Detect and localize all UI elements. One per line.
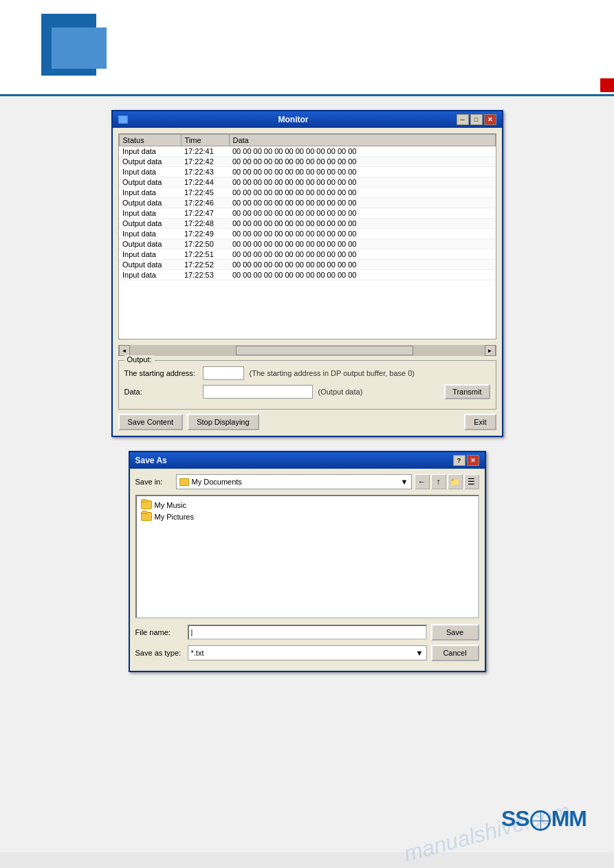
cell-status: Input data	[119, 270, 181, 280]
starting-address-input[interactable]	[203, 366, 244, 380]
header-accent	[600, 78, 614, 92]
cell-time: 17:22:53	[181, 270, 229, 280]
saveas-help-btn[interactable]: ?	[453, 455, 465, 466]
save-as-type-dropdown[interactable]: *.txt ▼	[188, 645, 427, 660]
data-input[interactable]	[203, 385, 313, 399]
cell-status: Input data	[119, 208, 181, 219]
scroll-track	[130, 345, 485, 356]
save-in-value: My Documents	[192, 478, 242, 486]
cell-status: Input data	[119, 188, 181, 198]
exit-button[interactable]: Exit	[464, 414, 496, 430]
nav-back-btn[interactable]: ←	[415, 474, 430, 489]
monitor-title-text: Monitor	[278, 115, 309, 124]
cell-data: 00 00 00 00 00 00 00 00 00 00 00 00	[229, 188, 495, 198]
cell-data: 00 00 00 00 00 00 00 00 00 00 00 00	[229, 239, 495, 249]
table-row: Input data17:22:5300 00 00 00 00 00 00 0…	[119, 270, 495, 280]
monitor-close-btn[interactable]: ✕	[484, 114, 496, 125]
nav-up-btn[interactable]: ↑	[431, 474, 446, 489]
saveas-toolbar-icons: ← ↑ 📁 ☰	[415, 474, 479, 489]
stop-displaying-button[interactable]: Stop Displaying	[187, 414, 259, 430]
new-folder-btn[interactable]: 📁	[448, 474, 463, 489]
col-time: Time	[181, 135, 229, 146]
folder-icon-small	[179, 478, 189, 486]
filename-row: File name: Save	[135, 624, 479, 641]
save-in-dropdown[interactable]: My Documents ▼	[176, 474, 412, 489]
scroll-right-btn[interactable]: ►	[485, 345, 496, 356]
page-header	[0, 0, 614, 96]
views-btn[interactable]: ☰	[464, 474, 479, 489]
table-row: Input data17:22:4500 00 00 00 00 00 00 0…	[119, 188, 495, 198]
saveas-titlebar: Save As ? ✕	[130, 452, 485, 469]
monitor-bottom-buttons: Save Content Stop Displaying Exit	[118, 414, 496, 430]
col-data: Data	[229, 135, 495, 146]
filename-input[interactable]	[188, 625, 427, 640]
monitor-title-controls: ─ □ ✕	[457, 114, 496, 125]
table-row: Input data17:22:5100 00 00 00 00 00 00 0…	[119, 249, 495, 260]
cell-status: Output data	[119, 198, 181, 208]
monitor-title-icon	[118, 115, 128, 124]
data-label: Data:	[124, 388, 200, 396]
table-row: Output data17:22:5200 00 00 00 00 00 00 …	[119, 260, 495, 270]
saveas-title-text: Save As	[135, 456, 167, 465]
list-item[interactable]: My Music	[140, 499, 475, 511]
cell-time: 17:22:47	[181, 208, 229, 219]
saveas-toolbar: Save in: My Documents ▼ ← ↑ 📁 ☰	[135, 474, 479, 489]
cell-status: Input data	[119, 146, 181, 157]
logo-mm: MM	[551, 806, 586, 831]
logo-ss: SS	[501, 806, 529, 831]
cell-data: 00 00 00 00 00 00 00 00 00 00 00 00	[229, 177, 495, 188]
scroll-left-btn[interactable]: ◄	[119, 345, 130, 356]
cell-time: 17:22:46	[181, 198, 229, 208]
logo-area: SSMM	[501, 806, 586, 832]
output-legend: Output:	[124, 355, 155, 364]
dropdown-arrow: ▼	[401, 478, 408, 486]
cell-data: 00 00 00 00 00 00 00 00 00 00 00 00	[229, 249, 495, 260]
filename-label: File name:	[135, 628, 184, 636]
cell-data: 00 00 00 00 00 00 00 00 00 00 00 00	[229, 229, 495, 239]
table-row: Input data17:22:4100 00 00 00 00 00 00 0…	[119, 146, 495, 157]
folder-icon	[141, 500, 152, 509]
file-item-name: My Music	[155, 501, 186, 509]
cell-time: 17:22:41	[181, 146, 229, 157]
cell-time: 17:22:49	[181, 229, 229, 239]
table-row: Input data17:22:4900 00 00 00 00 00 00 0…	[119, 229, 495, 239]
save-content-button[interactable]: Save Content	[118, 414, 184, 430]
cancel-button[interactable]: Cancel	[431, 645, 479, 661]
saveas-close-btn[interactable]: ✕	[467, 455, 479, 466]
save-button[interactable]: Save	[431, 624, 479, 641]
table-row: Output data17:22:4600 00 00 00 00 00 00 …	[119, 198, 495, 208]
output-section: Output: The starting address: (The start…	[118, 360, 496, 410]
scroll-thumb[interactable]	[236, 346, 413, 355]
cell-data: 00 00 00 00 00 00 00 00 00 00 00 00	[229, 198, 495, 208]
monitor-minimize-btn[interactable]: ─	[457, 114, 469, 125]
cell-data: 00 00 00 00 00 00 00 00 00 00 00 00	[229, 260, 495, 270]
list-item[interactable]: My Pictures	[140, 511, 475, 522]
monitor-maximize-btn[interactable]: □	[470, 114, 483, 125]
type-dropdown-arrow: ▼	[416, 649, 424, 657]
data-row: Data: (Output data) Transmit	[124, 384, 490, 399]
table-row: Output data17:22:5000 00 00 00 00 00 00 …	[119, 239, 495, 249]
cell-data: 00 00 00 00 00 00 00 00 00 00 00 00	[229, 157, 495, 167]
cell-status: Input data	[119, 167, 181, 177]
transmit-button[interactable]: Transmit	[444, 384, 490, 399]
cell-status: Output data	[119, 219, 181, 229]
cell-status: Output data	[119, 157, 181, 167]
starting-address-label: The starting address:	[124, 369, 200, 377]
monitor-titlebar: Monitor ─ □ ✕	[113, 111, 502, 128]
saveas-title-controls: ? ✕	[453, 455, 479, 466]
page-body: manualshive.com Monitor ─ □ ✕ Status Tim…	[0, 96, 614, 852]
monitor-table-area: Status Time Data Input data17:22:4100 00…	[118, 133, 496, 340]
cell-status: Output data	[119, 177, 181, 188]
cell-data: 00 00 00 00 00 00 00 00 00 00 00 00	[229, 167, 495, 177]
saveas-body: Save in: My Documents ▼ ← ↑ 📁 ☰ My Music	[130, 469, 485, 671]
table-row: Input data17:22:4300 00 00 00 00 00 00 0…	[119, 167, 495, 177]
cell-status: Output data	[119, 260, 181, 270]
header-decoration-2	[52, 27, 107, 69]
cell-status: Output data	[119, 239, 181, 249]
h-scrollbar[interactable]: ◄ ►	[118, 345, 496, 356]
save-as-dialog: Save As ? ✕ Save in: My Documents ▼ ← ↑ …	[129, 451, 486, 672]
save-as-type-label: Save as type:	[135, 649, 184, 657]
table-row: Input data17:22:4700 00 00 00 00 00 00 0…	[119, 208, 495, 219]
table-row: Output data17:22:4800 00 00 00 00 00 00 …	[119, 219, 495, 229]
cell-time: 17:22:51	[181, 249, 229, 260]
